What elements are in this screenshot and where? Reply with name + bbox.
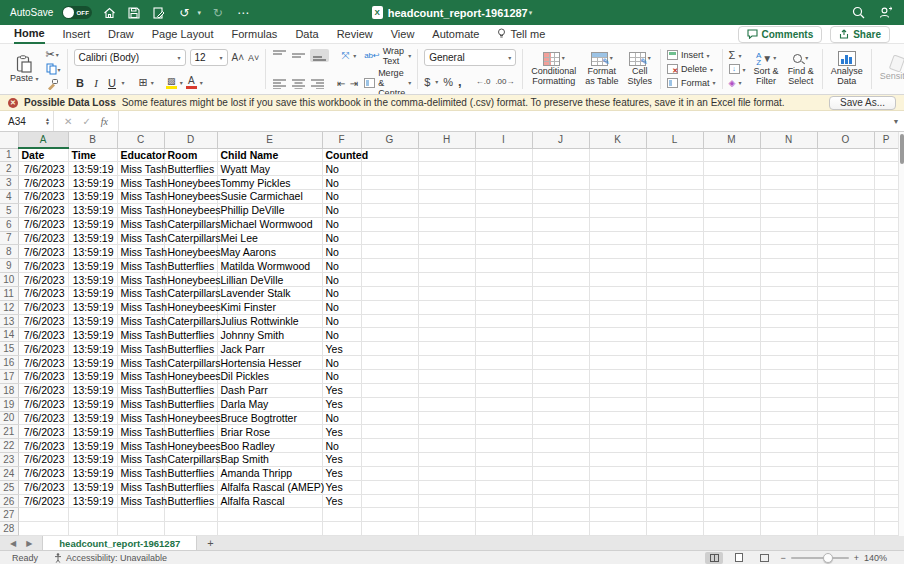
more-commands-icon[interactable]: ⋯ [235, 5, 251, 21]
row-header-2[interactable]: 2 [0, 162, 18, 176]
save-icon[interactable] [126, 5, 142, 21]
cell-C22[interactable]: Miss Tash [117, 439, 164, 453]
cell-P23[interactable] [874, 453, 898, 467]
cell-G11[interactable] [361, 286, 418, 300]
cell-D10[interactable]: Honeybees [164, 273, 217, 287]
cell-N24[interactable] [760, 466, 817, 480]
cell-H3[interactable] [418, 176, 475, 190]
font-color-button[interactable]: A [186, 77, 197, 89]
confirm-entry-icon[interactable]: ✓ [82, 116, 90, 127]
currency-chevron-icon[interactable]: ▾ [435, 78, 438, 85]
column-header-D[interactable]: D [164, 132, 217, 148]
cell-K6[interactable] [589, 217, 646, 231]
cell-N25[interactable] [760, 480, 817, 494]
orientation-chevron-icon[interactable]: ▾ [353, 52, 356, 59]
cell-K22[interactable] [589, 439, 646, 453]
row-header-9[interactable]: 9 [0, 259, 18, 273]
cell-F17[interactable]: No [322, 370, 361, 384]
cell-O1[interactable] [817, 148, 874, 162]
cell-J20[interactable] [532, 411, 589, 425]
row-header-11[interactable]: 11 [0, 286, 18, 300]
cell-O16[interactable] [817, 356, 874, 370]
cell-P11[interactable] [874, 286, 898, 300]
cell-P25[interactable] [874, 480, 898, 494]
cell-B17[interactable]: 13:59:19 [68, 370, 117, 384]
cell-K25[interactable] [589, 480, 646, 494]
cell-N4[interactable] [760, 190, 817, 204]
save-as-button[interactable]: Save As... [829, 96, 896, 110]
cell-L15[interactable] [646, 342, 703, 356]
cell-H25[interactable] [418, 480, 475, 494]
cell-M14[interactable] [703, 328, 760, 342]
print-icon[interactable] [151, 5, 167, 21]
cell-F21[interactable]: Yes [322, 425, 361, 439]
cell-L20[interactable] [646, 411, 703, 425]
cell-E10[interactable]: Lillian DeVille [217, 273, 322, 287]
cell-L2[interactable] [646, 162, 703, 176]
cell-G8[interactable] [361, 245, 418, 259]
cell-A10[interactable]: 7/6/2023 [18, 273, 68, 287]
cell-G10[interactable] [361, 273, 418, 287]
cell-O4[interactable] [817, 190, 874, 204]
format-cells-button[interactable]: Format▾ [667, 76, 716, 89]
cell-K23[interactable] [589, 453, 646, 467]
cell-O28[interactable] [817, 522, 874, 536]
cell-L28[interactable] [646, 522, 703, 536]
cell-D26[interactable]: Butterflies [164, 494, 217, 508]
cell-C20[interactable]: Miss Tash [117, 411, 164, 425]
cell-O20[interactable] [817, 411, 874, 425]
cell-A20[interactable]: 7/6/2023 [18, 411, 68, 425]
cell-N22[interactable] [760, 439, 817, 453]
cell-H18[interactable] [418, 383, 475, 397]
tab-data[interactable]: Data [295, 25, 318, 44]
cell-B21[interactable]: 13:59:19 [68, 425, 117, 439]
cell-B26[interactable]: 13:59:19 [68, 494, 117, 508]
cell-D12[interactable]: Honeybees [164, 300, 217, 314]
row-header-1[interactable]: 1 [0, 148, 18, 162]
cell-L19[interactable] [646, 397, 703, 411]
tab-insert[interactable]: Insert [63, 25, 91, 44]
row-header-3[interactable]: 3 [0, 176, 18, 190]
row-header-15[interactable]: 15 [0, 342, 18, 356]
cell-F7[interactable]: No [322, 231, 361, 245]
cell-O27[interactable] [817, 508, 874, 522]
cell-E21[interactable]: Briar Rose [217, 425, 322, 439]
cell-P9[interactable] [874, 259, 898, 273]
cell-C11[interactable]: Miss Tash [117, 286, 164, 300]
underline-chevron-icon[interactable]: ▾ [122, 79, 125, 86]
cell-A9[interactable]: 7/6/2023 [18, 259, 68, 273]
cell-J13[interactable] [532, 314, 589, 328]
cell-N9[interactable] [760, 259, 817, 273]
row-header-4[interactable]: 4 [0, 190, 18, 204]
cell-E22[interactable]: Boo Radley [217, 439, 322, 453]
cell-N5[interactable] [760, 203, 817, 217]
cell-M9[interactable] [703, 259, 760, 273]
cell-L8[interactable] [646, 245, 703, 259]
cell-A15[interactable]: 7/6/2023 [18, 342, 68, 356]
cell-P14[interactable] [874, 328, 898, 342]
tab-page-layout[interactable]: Page Layout [152, 25, 214, 44]
row-header-17[interactable]: 17 [0, 370, 18, 384]
cell-C21[interactable]: Miss Tash [117, 425, 164, 439]
row-header-21[interactable]: 21 [0, 425, 18, 439]
cell-K4[interactable] [589, 190, 646, 204]
cell-G28[interactable] [361, 522, 418, 536]
cell-O26[interactable] [817, 494, 874, 508]
wrap-text-button[interactable]: ab↩ Wrap Text▾ [364, 49, 411, 62]
cell-O9[interactable] [817, 259, 874, 273]
cell-J25[interactable] [532, 480, 589, 494]
tab-formulas[interactable]: Formulas [232, 25, 278, 44]
cell-N19[interactable] [760, 397, 817, 411]
cell-L17[interactable] [646, 370, 703, 384]
cell-M13[interactable] [703, 314, 760, 328]
cell-I7[interactable] [475, 231, 532, 245]
cell-O21[interactable] [817, 425, 874, 439]
cell-J15[interactable] [532, 342, 589, 356]
cell-J21[interactable] [532, 425, 589, 439]
tab-home[interactable]: Home [14, 25, 45, 44]
cell-K16[interactable] [589, 356, 646, 370]
cell-C18[interactable]: Miss Tash [117, 383, 164, 397]
cell-L13[interactable] [646, 314, 703, 328]
insert-cells-button[interactable]: Insert▾ [667, 49, 716, 62]
cell-I11[interactable] [475, 286, 532, 300]
